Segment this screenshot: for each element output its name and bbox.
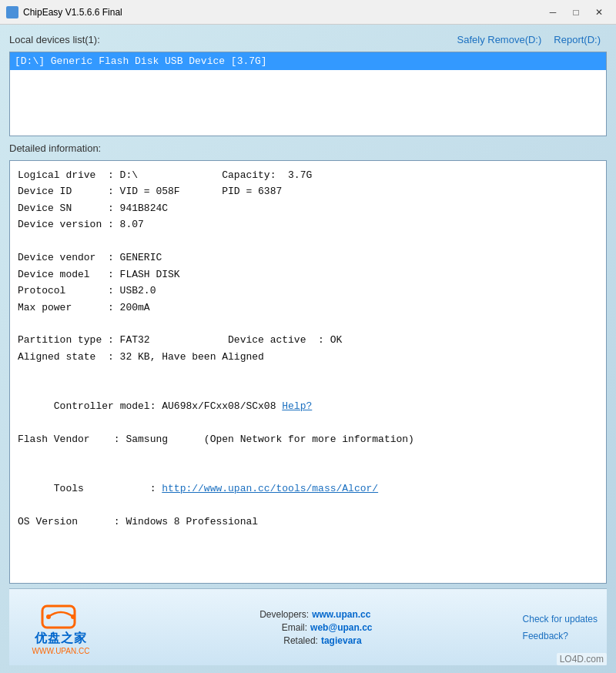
info-line-4 (18, 233, 598, 249)
info-line-6: Device model : FLASH DISK (18, 266, 598, 283)
os-version-line: OS Version : Windows 8 Professional (18, 514, 598, 530)
controller-model-prefix: Controller model: AU698x/FCxx08/SCx08 (54, 400, 282, 412)
device-list-empty-space (10, 70, 606, 132)
app-icon (6, 6, 18, 18)
info-line-blank2 (18, 316, 598, 332)
usb-logo-icon (41, 600, 81, 631)
title-bar-left: ChipEasy V1.5.6.6 Final (6, 6, 122, 18)
developers-value: www.upan.cc (312, 609, 370, 620)
info-line-10: Partition type : FAT32 Device active : O… (18, 332, 598, 348)
logo-text-chinese: 优盘之家 (35, 631, 87, 647)
email-value: web@upan.cc (310, 622, 372, 633)
title-controls: ─ □ ✕ (542, 5, 610, 20)
feedback-button[interactable]: Feedback? (523, 630, 568, 642)
tools-prefix: Tools : (54, 483, 162, 494)
info-line-5: Device vendor : GENERIC (18, 249, 598, 266)
tools-line: Tools : http://www.upan.cc/tools/mass/Al… (18, 464, 598, 514)
device-list-item[interactable]: [D:\] Generic Flash Disk USB Device [3.7… (10, 52, 606, 70)
title-bar: ChipEasy V1.5.6.6 Final ─ □ ✕ (0, 0, 616, 25)
developers-row: Developers: www.upan.cc (255, 609, 370, 620)
tools-link[interactable]: http://www.upan.cc/tools/mass/Alcor/ (162, 483, 378, 494)
footer-info: Developers: www.upan.cc Email: web@upan.… (112, 609, 514, 646)
close-button[interactable]: ✕ (588, 5, 610, 20)
maximize-button[interactable]: □ (565, 5, 587, 20)
info-line-8: Max power : 200mA (18, 300, 598, 316)
device-list[interactable]: [D:\] Generic Flash Disk USB Device [3.7… (9, 52, 607, 136)
email-row: Email: web@upan.cc (253, 622, 372, 633)
footer-logo: 优盘之家 WWW.UPAN.CC (18, 597, 103, 658)
window-title: ChipEasy V1.5.6.6 Final (23, 7, 122, 18)
main-window: Local devices list(1): Safely Remove(D:)… (0, 25, 616, 673)
toolbar: Local devices list(1): Safely Remove(D:)… (9, 32, 607, 47)
flash-vendor-line: Flash Vendor : Samsung (Open Network for… (18, 431, 598, 447)
info-line-7: Protocol : USB2.0 (18, 283, 598, 299)
retaled-label: Retaled: (264, 635, 318, 646)
info-line-0: Logical drive : D:\ Capacity: 3.7G (18, 167, 598, 183)
info-line-blank3 (18, 365, 598, 381)
report-button[interactable]: Report(D:) (547, 32, 607, 47)
footer-actions: Check for updates Feedback? (523, 613, 598, 642)
info-line-11: Aligned state : 32 KB, Have been Aligned (18, 349, 598, 365)
check-for-updates-button[interactable]: Check for updates (523, 613, 598, 625)
retaled-value: tagievara (321, 635, 362, 646)
developers-label: Developers: (255, 609, 309, 620)
safely-remove-button[interactable]: Safely Remove(D:) (451, 32, 548, 47)
info-line-3: Device version : 8.07 (18, 216, 598, 233)
local-devices-label: Local devices list(1): (9, 34, 100, 45)
lo4d-watermark: LO4D.com (557, 653, 607, 665)
retaled-row: Retaled: tagievara (264, 635, 362, 646)
logo-url: WWW.UPAN.CC (32, 647, 90, 655)
controller-model-line: Controller model: AU698x/FCxx08/SCx08 He… (18, 382, 598, 431)
detailed-info-label: Detailed information: (9, 141, 607, 156)
info-line-2: Device SN : 941B824C (18, 200, 598, 216)
email-label: Email: (253, 622, 307, 633)
blank-line (18, 447, 598, 464)
detailed-info-box: Logical drive : D:\ Capacity: 3.7G Devic… (9, 160, 607, 584)
svg-point-2 (71, 614, 75, 619)
footer: 优盘之家 WWW.UPAN.CC Developers: www.upan.cc… (9, 588, 607, 665)
minimize-button[interactable]: ─ (542, 5, 564, 20)
info-line-1: Device ID : VID = 058F PID = 6387 (18, 183, 598, 199)
svg-point-1 (46, 614, 51, 619)
help-link[interactable]: Help? (282, 400, 312, 412)
